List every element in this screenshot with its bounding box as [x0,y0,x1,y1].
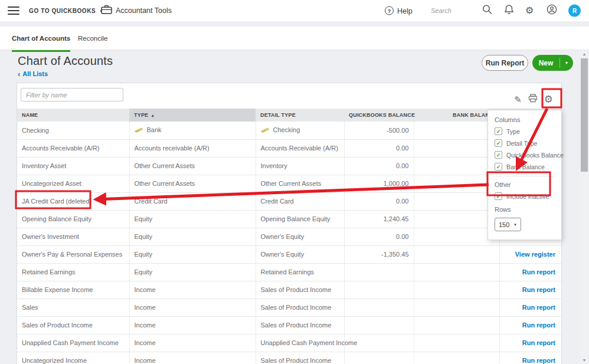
quickbooks-balance-cell [344,316,414,334]
bank-balance-cell [414,263,499,281]
row-action-link[interactable]: Run report [522,322,555,329]
notifications-bell-icon[interactable] [504,4,514,17]
quickbooks-balance-cell [344,263,414,281]
scrollbar-down-arrow-icon[interactable]: ▼ [580,358,588,362]
column-option[interactable]: ✓ Bank Balance [495,163,557,170]
account-type-cell: Income [129,281,256,299]
detail-type-cell: Sales of Product Income [256,299,344,316]
bank-balance-cell [414,245,499,263]
bank-balance-cell [414,299,499,316]
checkbox-checked-icon[interactable]: ✓ [495,151,502,159]
checkbox-checked-icon[interactable]: ✓ [495,139,502,147]
chevron-down-icon: ▼ [513,223,517,227]
account-name-cell: Uncategorized Asset [17,175,129,192]
checkbox-checked-icon[interactable]: ✓ [495,127,502,135]
account-type-cell: Credit Card [129,192,256,210]
account-name-cell: Sales of Product Income [17,316,129,334]
account-name-cell: Opening Balance Equity [17,210,129,228]
account-name-cell: Sales [17,299,129,316]
account-type-cell: Income [129,352,256,364]
table-settings-gear-icon[interactable]: ⚙ [544,94,553,104]
column-header-quickbooks-balance[interactable]: QUICKBOOKS BALANCE [344,109,414,122]
bank-balance-cell [414,192,499,210]
column-option[interactable]: ✓ QuickBooks Balance [495,151,557,159]
hamburger-menu-icon[interactable] [8,6,19,15]
column-header-type[interactable]: TYPE▲ [129,109,256,122]
rows-per-page-select[interactable]: 150 ▼ [495,218,521,231]
other-section-label: Other [495,181,557,188]
account-type-cell: Other Current Assets [129,157,256,175]
account-type-cell: Income [129,334,256,352]
table-row: Sales of Product Income Income Sales of … [17,316,561,334]
account-name-cell: Accounts Receivable (A/R) [17,139,129,157]
quickbooks-balance-cell [344,352,414,364]
detail-type-cell: Owner's Equity [256,228,344,245]
checkbox-checked-icon[interactable]: ✓ [495,163,502,170]
detail-type-cell: Sales of Product Income [256,352,344,364]
table-row: Billable Expense Income Income Sales of … [17,281,561,299]
account-name-cell: JA Credit Card (deleted) [17,192,129,210]
row-action-link[interactable]: Run report [522,357,555,364]
bank-balance-cell [414,175,499,192]
vertical-scrollbar[interactable]: ▲ ▼ [580,50,588,364]
column-header-name[interactable]: NAME [17,109,129,122]
bank-feed-icon [135,127,143,134]
detail-type-cell: Owner's Equity [256,245,344,263]
row-action-cell: Run report [499,299,561,316]
checkbox-check-icon: ✓ [496,152,501,158]
include-inactive-label: Include inactive [506,193,549,200]
account-type-cell: Equity [129,210,256,228]
settings-gear-icon[interactable]: ⚙ [525,6,534,15]
new-button[interactable]: New ▼ [532,55,573,71]
row-action-link[interactable]: Run report [522,268,555,276]
quickbooks-balance-cell: 0.00 [344,228,414,245]
help-button[interactable]: ? Help [385,6,413,15]
table-row: Accounts Receivable (A/R) Accounts recei… [17,139,561,157]
user-avatar[interactable]: R [568,5,581,17]
run-report-button[interactable]: Run Report [482,55,528,71]
column-header-bank-balance[interactable]: BANK BALANCE [414,109,499,122]
detail-type-cell: Checking [256,122,344,139]
include-inactive-option[interactable]: ✓ Include inactive [495,192,557,200]
row-action-link[interactable]: View register [515,251,555,258]
print-icon[interactable] [528,94,538,105]
search-input[interactable] [431,7,481,14]
column-options-list: ✓ Type ✓ Detail Type ✓ QuickBooks Balanc… [495,127,557,170]
table-row: Owner's Pay & Personal Expenses Equity O… [17,245,561,263]
all-lists-back-link[interactable]: ‹ All Lists [18,70,48,77]
accounts-table-body: Checking Bank Checking -500.00 Accounts … [17,122,561,364]
bank-balance-cell [414,316,499,334]
accountant-tools-menu[interactable]: Accountant Tools [116,6,172,15]
filter-by-name-input[interactable] [21,88,123,101]
table-row: Owner's Investment Equity Owner's Equity… [17,228,561,245]
account-profile-icon[interactable] [547,4,557,17]
search-icon[interactable] [482,5,492,17]
account-name-cell: Owner's Investment [17,228,129,245]
briefcase-icon [101,5,112,17]
quickbooks-balance-cell: -1,350.45 [344,245,414,263]
checkbox-checked-icon[interactable]: ✓ [495,192,502,200]
detail-type-cell: Sales of Product Income [256,281,344,299]
row-action-link[interactable]: Run report [522,339,555,346]
column-option[interactable]: ✓ Detail Type [495,139,557,147]
row-action-link[interactable]: Run report [522,304,555,311]
sort-ascending-icon: ▲ [150,113,155,117]
scrollbar-up-arrow-icon[interactable]: ▲ [580,52,588,56]
tab-reconcile[interactable]: Reconcile [78,35,108,50]
account-type-cell: Equity [129,228,256,245]
account-name-cell: Checking [17,122,129,139]
checkbox-check-icon: ✓ [496,129,501,135]
go-to-quickbooks-menu[interactable]: GO TO QUICKBOOKS ▼ [29,8,103,14]
page-title: Chart of Accounts [18,54,113,68]
column-header-detail-type[interactable]: DETAIL TYPE [256,109,344,122]
detail-type-cell: Opening Balance Equity [256,210,344,228]
row-action-link[interactable]: Run report [522,286,555,293]
table-row: Unapplied Cash Payment Income Income Una… [17,334,561,352]
column-option[interactable]: ✓ Type [495,127,557,135]
scrollbar-thumb[interactable] [581,58,588,172]
bank-balance-cell [414,210,499,228]
edit-pencil-icon[interactable]: ✎ [514,94,522,105]
new-button-caret-icon[interactable]: ▼ [560,61,573,65]
tab-chart-of-accounts[interactable]: Chart of Accounts [12,35,70,52]
bank-balance-cell [414,228,499,245]
